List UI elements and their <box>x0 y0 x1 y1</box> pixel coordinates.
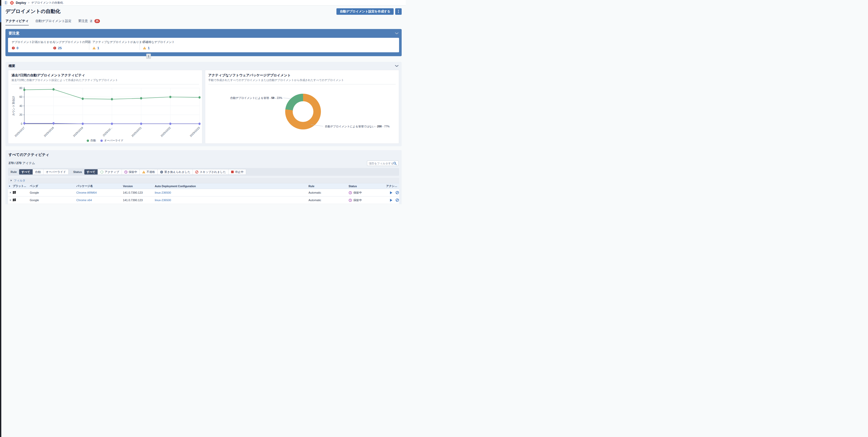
legend-dot-icon <box>100 140 103 142</box>
filter-items-input[interactable] <box>369 162 393 165</box>
chevron-up-icon[interactable] <box>395 32 399 34</box>
package-link[interactable]: Chrome x64 <box>76 199 92 202</box>
warning-icon <box>143 46 146 50</box>
row-expand-triangle-icon[interactable] <box>10 199 11 201</box>
stat-value-link[interactable]: 0 <box>17 46 19 50</box>
chip-label: 置き換えられました <box>164 170 190 174</box>
deploy-logo-icon <box>10 1 14 5</box>
rule-chip-2[interactable]: オーバーライド <box>43 169 68 174</box>
donut-chart-title: アクティブなソフトウェアパッケージデプロイメント <box>208 73 396 78</box>
svg-text:2025/10/21: 2025/10/21 <box>131 126 142 137</box>
create-auto-deployment-button[interactable]: 自動デプロイメント設定を作成する <box>336 8 394 15</box>
package-link[interactable]: Chrome ARM64 <box>76 191 96 194</box>
tab-label: 自動デプロイメント設定 <box>35 19 72 23</box>
donut-label-text: 自動デプロイメントによる管理 <box>230 96 269 99</box>
rule-filter-segment: すべて自動オーバーライド <box>19 169 69 175</box>
status-chip-2[interactable]: 保留中 <box>122 169 140 174</box>
cancel-deployment-icon[interactable] <box>396 191 399 195</box>
banner-page-indicator[interactable]: 1 <box>146 54 151 59</box>
filter-toggle-row[interactable]: フィルタ <box>8 178 399 183</box>
left-rail-scroll-thumb[interactable] <box>0 6 1 22</box>
status-filter-label: Status <box>73 170 82 173</box>
auto-deployment-activity-card: 過去7日間の自動デプロイメントアクティビティ 過去7日間に自動デプロイメント設定… <box>8 70 203 144</box>
column-header-label: アクション <box>386 184 399 187</box>
stat-value-link[interactable]: 25 <box>58 46 62 50</box>
svg-text:80: 80 <box>20 87 23 90</box>
status-chip-1[interactable]: アクティブ <box>98 169 122 174</box>
rule-chip-0[interactable]: すべて <box>19 169 33 174</box>
run-now-icon[interactable] <box>390 191 393 195</box>
status-chip-4[interactable]: 置き換えられました <box>158 169 193 174</box>
donut-chart <box>285 94 321 129</box>
row-expand-triangle-icon[interactable] <box>10 192 11 194</box>
app-name[interactable]: Deploy <box>16 1 26 5</box>
donut-leader-line-left <box>283 98 290 99</box>
cancel-deployment-icon[interactable] <box>396 198 399 202</box>
column-header-2[interactable]: ベンダ <box>30 184 76 188</box>
tab-2[interactable]: 要注意225 <box>78 19 100 26</box>
column-header-8[interactable]: アクション <box>386 184 399 188</box>
page-title: デプロイメントの自動化 <box>5 8 61 15</box>
tab-0[interactable]: アクティビティ <box>5 19 29 26</box>
chip-label: 不適格 <box>147 170 155 174</box>
warning-count-badge: 2 <box>89 19 93 23</box>
chip-label: アクティブ <box>104 170 119 174</box>
attention-stat-0: デプロイメント計画がありません0 <box>12 40 53 50</box>
line-chart-svg: 0204060802025/10/172025/10/182025/10/192… <box>11 85 201 139</box>
config-link[interactable]: linux-236500 <box>155 191 171 194</box>
column-header-4[interactable]: Version <box>123 184 155 188</box>
svg-text:2025/10/18: 2025/10/18 <box>43 126 54 137</box>
app-menu-button[interactable] <box>4 1 8 5</box>
rule-chip-1[interactable]: 自動 <box>33 169 43 174</box>
status-label: 保留中 <box>353 198 362 202</box>
error-count-badge: 25 <box>94 19 100 23</box>
column-header-7[interactable]: Status <box>349 184 386 188</box>
column-header-3[interactable]: パッケージ名 <box>76 184 123 188</box>
stat-value-link[interactable]: 1 <box>97 46 99 50</box>
tab-bar: アクティビティ自動デプロイメント設定要注意225 <box>5 19 402 26</box>
column-header-1[interactable]: プラット... <box>13 184 30 188</box>
version-cell: 141.0.7390.123 <box>123 191 143 194</box>
status-superseded-icon <box>160 170 163 174</box>
status-filter-segment: すべてアクティブ保留中不適格置き換えられましたスキップされました停止中 <box>84 169 246 175</box>
status-pending-icon <box>349 199 352 202</box>
chip-label: オーバーライド <box>46 170 66 174</box>
items-count: 270 / 270 アイテム <box>8 161 35 166</box>
column-header-5[interactable]: Auto Deployment Configuration <box>155 184 309 188</box>
column-header-label: Status <box>349 184 357 188</box>
table-row: GoogleChrome x64141.0.7390.123linux-2365… <box>8 197 399 204</box>
overview-section: 概要 過去7日間の自動デプロイメントアクティビティ 過去7日間に自動デプロイメン… <box>5 62 402 146</box>
quick-filter-bar: Rule すべて自動オーバーライド Status すべてアクティブ保留中不適格置… <box>8 168 399 176</box>
column-header-label: ベンダ <box>30 184 38 187</box>
attention-banner: 要注意 デプロイメント計画がありません0リングデプロイメントの問題25アクティブ… <box>5 29 402 56</box>
status-chip-6[interactable]: 停止中 <box>228 169 246 174</box>
svg-text:カウント別合計: カウント別合計 <box>12 96 15 116</box>
svg-text:2025/10/...: 2025/10/... <box>102 126 113 137</box>
windows-platform-icon <box>13 198 16 201</box>
search-icon[interactable] <box>393 162 397 165</box>
svg-text:2025/10/19: 2025/10/19 <box>72 126 84 137</box>
legend-item-0[interactable]: 自動 <box>87 139 96 142</box>
donut-label-not-managed: 自動デプロイメントによる管理ではない - 200 - 77% <box>325 125 390 128</box>
column-header-6[interactable]: Rule <box>309 184 349 188</box>
attention-stat-1: リングデプロイメントの問題25 <box>53 40 89 50</box>
status-chip-3[interactable]: 不適格 <box>140 169 158 174</box>
overview-title: 概要 <box>8 64 15 68</box>
run-now-icon[interactable] <box>390 199 393 202</box>
tab-1[interactable]: 自動デプロイメント設定 <box>35 19 72 26</box>
all-activity-title: すべてのアクティビティ <box>5 150 402 157</box>
donut-label-managed: 自動デプロイメントによる管理 - 59 - 23% <box>205 96 282 100</box>
status-chip-5[interactable]: スキップされました <box>193 169 228 174</box>
donut-chart-subtitle: 手動で作成されたすべてのデプロイメントまたは自動デプロイメントから作成されたすべ… <box>208 79 396 82</box>
vendor-cell: Google <box>30 191 39 194</box>
status-active-icon <box>100 170 103 174</box>
column-header-0[interactable] <box>8 185 13 187</box>
legend-item-1[interactable]: オーバーライド <box>100 139 123 142</box>
active-package-deployments-card: アクティブなソフトウェアパッケージデプロイメント 手動で作成されたすべてのデプロ… <box>205 70 399 144</box>
stat-value-link[interactable]: 1 <box>148 46 150 50</box>
page-kebab-menu-button[interactable] <box>395 8 402 15</box>
config-link[interactable]: linux-236500 <box>155 199 171 202</box>
vendor-cell: Google <box>30 199 39 202</box>
chevron-down-icon[interactable] <box>395 65 399 67</box>
status-chip-0[interactable]: すべて <box>84 169 98 174</box>
